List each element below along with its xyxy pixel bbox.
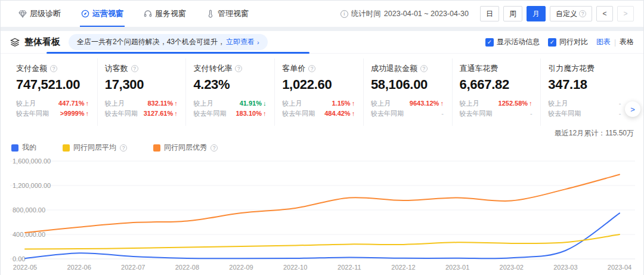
help-question-icon: ? (579, 10, 586, 17)
info-circle-icon: i (340, 10, 348, 18)
x-axis-label: 2022-11 (338, 264, 361, 271)
compare-label: 较去年同期 (282, 109, 315, 119)
metric-card-支付转化率[interactable]: 支付转化率?4.23%较上月41.91%↓较去年同期183.10%↑ (185, 58, 274, 126)
metric-card-成功退款金额[interactable]: 成功退款金额?58,106.00较上月9643.12%↑较去年同期- (363, 58, 452, 126)
x-axis-label: 2023-03 (553, 264, 577, 271)
tab-label: 服务视窗 (155, 8, 186, 19)
range-button-日[interactable]: 日 (480, 6, 499, 21)
arrow-up-icon: ↑ (352, 109, 355, 119)
metric-label-text: 支付转化率 (193, 63, 232, 74)
range-button-label: 周 (509, 9, 516, 19)
checkbox-label: 显示活动信息 (497, 37, 540, 47)
legend-swatch (153, 144, 160, 152)
metric-label-text: 支付金额 (16, 63, 47, 74)
stat-time: i 统计时间 2023-04-01 ~ 2023-04-30 (340, 9, 469, 19)
compare-row: 较上月447.71%↑ (16, 98, 89, 109)
x-axis-label: 2023-04 (608, 264, 631, 271)
trend-chart-block: 最近12月累计：115.50万 我的同行同层平均?同行同层优秀? 0.00400… (1, 128, 643, 274)
view-chart-button[interactable]: 图表 (596, 37, 611, 47)
view-table-button[interactable]: 表格 (620, 37, 634, 47)
x-axis-label: 2022-05 (13, 264, 37, 271)
x-axis-label: 2022-10 (283, 264, 307, 271)
compare-number: 9643.12% (410, 98, 439, 109)
legend-swatch (63, 144, 70, 152)
metric-value: 747,521.00 (16, 77, 91, 92)
checkbox-icon: ✓ (548, 38, 556, 47)
compare-label: 较去年同期 (548, 109, 581, 119)
compare-number: - (441, 109, 444, 119)
range-button-周[interactable]: 周 (503, 6, 522, 21)
arrow-up-icon: ↑ (174, 98, 178, 109)
gem-icon (18, 10, 27, 18)
tab-管理视窗[interactable]: 管理视窗 (206, 1, 249, 27)
cards-scroll-next-button[interactable]: > (625, 101, 640, 117)
compare-value: 832.11%↑ (147, 98, 177, 109)
tab-label: 管理视窗 (218, 8, 249, 19)
range-button-label: 月 (532, 9, 540, 19)
board-title: 整体看板 (24, 36, 60, 48)
compare-row: 较去年同期484.42%↑ (282, 109, 355, 119)
compare-label: 较上月 (16, 98, 36, 109)
compare-row: 较去年同期- (371, 109, 444, 119)
layers-icon (10, 38, 20, 47)
range-button-自定义[interactable]: 自定义? (550, 6, 592, 21)
compare-label: 较上月 (193, 98, 213, 109)
compare-label: 较去年同期 (371, 109, 404, 119)
metric-card-支付金额[interactable]: 支付金额?747,521.00较上月447.71%↑较去年同期>9999%↑ (15, 58, 97, 126)
arrow-up-icon: ↑ (263, 109, 267, 119)
metric-card-直通车花费[interactable]: 直通车花费6,667.82较上月1252.58%↑较去年同期- (452, 58, 541, 126)
range-button-group: 日周月自定义? (480, 6, 592, 21)
tab-运营视窗[interactable]: 运营视窗 (81, 1, 123, 27)
compare-row: 较上月1.15%↑ (282, 98, 355, 109)
metric-label: 成功退款金额? (371, 63, 446, 74)
checkbox-显示活动信息[interactable]: ✓显示活动信息 (485, 37, 540, 47)
compare-value: 41.91%↓ (240, 98, 267, 109)
metric-label-text: 引力魔方花费 (548, 63, 595, 74)
compare-label: 较去年同期 (460, 109, 493, 119)
checkbox-同行对比[interactable]: ✓同行对比 (548, 37, 588, 47)
compare-row: 较去年同期- (548, 109, 621, 119)
notice-link[interactable]: 立即查看 (226, 37, 255, 47)
x-axis-label: 2022-08 (175, 264, 199, 271)
compare-value: 3127.61%↑ (144, 109, 178, 119)
legend-item-同行同层平均[interactable]: 同行同层平均? (63, 143, 127, 153)
cumulative-note: 最近12月累计：115.50万 (10, 128, 634, 138)
help-question-icon: ? (235, 65, 242, 72)
compare-number: - (619, 109, 621, 119)
x-axis-label: 2023-02 (500, 264, 524, 271)
chart-legend: 我的同行同层平均?同行同层优秀? (11, 143, 634, 153)
metric-cards-row: 支付金额?747,521.00较上月447.71%↑较去年同期>9999%↑访客… (1, 54, 643, 126)
compare-label: 较去年同期 (105, 109, 138, 119)
thermometer-icon (206, 10, 215, 18)
legend-label: 我的 (22, 143, 36, 153)
legend-item-我的[interactable]: 我的 (11, 143, 36, 153)
compare-label: 较去年同期 (16, 109, 49, 119)
series-line-同行同层优秀 (25, 175, 620, 233)
metric-card-客单价[interactable]: 客单价?1,022.60较上月1.15%↑较去年同期484.42%↑ (274, 58, 363, 126)
help-question-icon: ? (308, 65, 315, 72)
notice-pill: 全店一共有2个问题待解决，43个机会可提升， 立即查看 › (69, 34, 268, 50)
legend-label: 同行同层优秀 (164, 143, 207, 153)
tab-层级诊断[interactable]: 层级诊断 (18, 1, 61, 27)
metric-card-访客数[interactable]: 访客数?17,300较上月832.11%↑较去年同期3127.61%↑ (97, 58, 186, 126)
metric-card-引力魔方花费[interactable]: 引力魔方花费347.18较上月-较去年同期- (540, 58, 629, 126)
y-axis-label: 1,200,000.00 (13, 182, 51, 189)
tab-服务视窗[interactable]: 服务视窗 (144, 1, 186, 27)
metric-value: 17,300 (105, 77, 180, 92)
prev-period-button[interactable]: < (596, 6, 613, 21)
compare-label: 较上月 (105, 98, 125, 109)
compare-row: 较上月832.11%↑ (105, 98, 178, 109)
tab-label: 层级诊断 (30, 8, 61, 19)
next-period-button[interactable]: > (617, 6, 634, 21)
topbar-right: i 统计时间 2023-04-01 ~ 2023-04-30 日周月自定义? <… (340, 1, 634, 27)
compare-number: 447.71% (58, 98, 84, 109)
metric-label-text: 客单价 (282, 63, 305, 74)
metric-label: 直通车花费 (460, 63, 535, 74)
range-button-月[interactable]: 月 (527, 6, 546, 21)
range-button-label: 日 (486, 9, 493, 19)
legend-item-同行同层优秀[interactable]: 同行同层优秀? (153, 143, 218, 153)
metric-label: 引力魔方花费 (548, 63, 623, 74)
compare-value: 447.71%↑ (58, 98, 89, 109)
compare-value: - (619, 109, 621, 119)
compare-row: 较上月9643.12%↑ (371, 98, 444, 109)
